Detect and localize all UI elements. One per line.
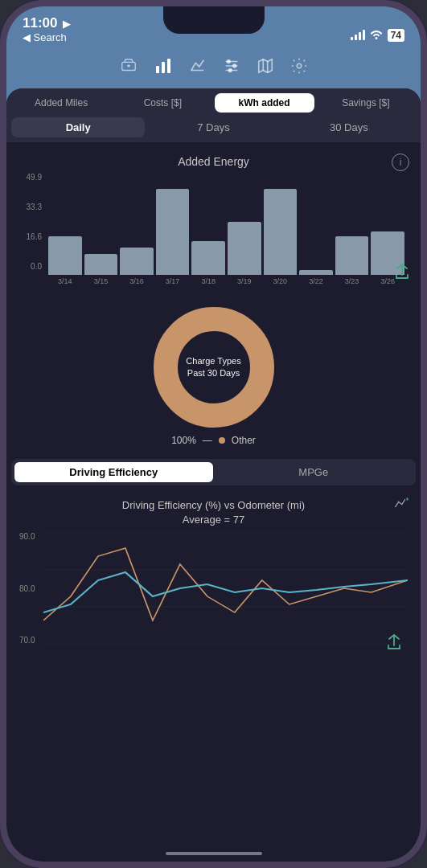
legend-dot: [219, 437, 225, 444]
tab-added-miles[interactable]: Added Miles: [11, 93, 111, 113]
gear-nav-icon[interactable]: [290, 57, 308, 80]
notch: [163, 6, 265, 34]
triangle-chart-nav-icon[interactable]: [189, 57, 207, 80]
status-left: 11:00 ▶ ◀ Search: [23, 16, 70, 43]
status-right: 74: [351, 28, 404, 43]
home-indicator: [166, 852, 262, 855]
svg-rect-1: [156, 66, 159, 73]
bar-3-15: 3/15: [84, 189, 118, 285]
tab-kwh-added[interactable]: kWh added: [215, 93, 314, 113]
bar-chart-nav-icon[interactable]: [154, 56, 173, 80]
status-time: 11:00 ▶: [23, 16, 70, 31]
tab-savings[interactable]: Savings [$]: [316, 93, 416, 113]
donut-center-label: Charge Types Past 30 Days: [186, 355, 240, 380]
donut-chart-section: Charge Types Past 30 Days 100% — Other: [11, 295, 416, 454]
bar-chart-wrapper: 49.9 33.3 16.6 0.0 3/14 3/15: [19, 173, 408, 285]
line-y-axis: 90.0 80.0 70.0: [19, 532, 43, 645]
wifi-icon: [369, 28, 384, 42]
signal-bars: [351, 30, 365, 40]
battery-icon: 74: [388, 29, 404, 42]
donut-chart: Charge Types Past 30 Days: [150, 303, 278, 432]
tab-30days[interactable]: 30 Days: [282, 117, 416, 137]
sliders-nav-icon[interactable]: [223, 57, 240, 80]
bar-3-17: 3/17: [156, 189, 190, 285]
location-icon: ▶: [63, 18, 70, 30]
tab-daily[interactable]: Daily: [11, 117, 145, 137]
legend-label: Other: [232, 435, 256, 446]
svg-point-9: [232, 64, 236, 68]
svg-point-8: [227, 60, 230, 63]
tab-driving-efficiency[interactable]: Driving Efficiency: [14, 462, 213, 482]
nav-tabs: [6, 50, 421, 88]
info-button[interactable]: i: [392, 154, 409, 171]
map-nav-icon[interactable]: [257, 57, 274, 80]
bar-3-22: 3/22: [299, 189, 333, 285]
app-content: Added Miles Costs [$] kWh added Savings …: [6, 50, 421, 862]
y-axis: 49.9 33.3 16.6 0.0: [19, 173, 42, 285]
svg-point-10: [228, 69, 232, 72]
phone-frame: 11:00 ▶ ◀ Search 74: [0, 0, 427, 868]
svg-rect-2: [162, 62, 165, 73]
tab-costs[interactable]: Costs [$]: [113, 93, 212, 113]
line-chart-title: Driving Efficiency (%) vs Odometer (mi) …: [19, 498, 408, 527]
tab-7days[interactable]: 7 Days: [146, 117, 280, 137]
svg-rect-3: [167, 59, 170, 73]
back-search[interactable]: ◀ Search: [23, 31, 70, 43]
efficiency-tabs: Driving Efficiency MPGe: [11, 459, 416, 485]
line-chart-icon: [393, 495, 409, 515]
donut-legend: 100% — Other: [171, 435, 256, 446]
bar-3-23: 3/23: [335, 189, 369, 285]
svg-point-14: [297, 63, 302, 68]
car-charge-icon[interactable]: [120, 57, 138, 80]
metric-tabs: Added Miles Costs [$] kWh added Savings …: [6, 88, 421, 117]
line-chart-share-button[interactable]: [387, 634, 401, 654]
main-content: Added Miles Costs [$] kWh added Savings …: [6, 88, 421, 862]
line-chart-area: 90.0 80.0 70.0: [19, 532, 408, 661]
line-chart-section: Driving Efficiency (%) vs Odometer (mi) …: [11, 490, 416, 857]
period-tabs: Daily 7 Days 30 Days: [6, 117, 421, 142]
bar-3-16: 3/16: [120, 189, 154, 285]
bar-3-18: 3/18: [191, 189, 225, 285]
added-energy-chart: Added Energy i 49.9 33.3 16.6 0.0 3/14: [11, 147, 416, 290]
svg-marker-11: [258, 59, 272, 73]
bar-3-14: 3/14: [48, 189, 82, 285]
legend-percentage: 100%: [171, 435, 196, 446]
bar-3-20: 3/20: [264, 189, 298, 285]
tab-mpge[interactable]: MPGe: [215, 462, 413, 482]
bar-chart: 3/14 3/15 3/16 3/17: [45, 173, 408, 285]
share-button[interactable]: [395, 264, 409, 284]
chart-title: Added Energy: [19, 155, 408, 168]
bar-3-19: 3/19: [228, 189, 261, 285]
